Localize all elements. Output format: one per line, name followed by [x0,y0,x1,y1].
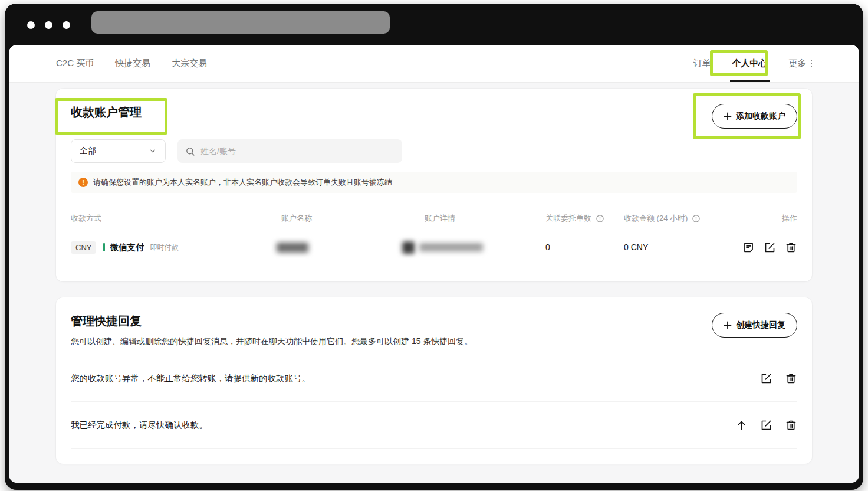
header-amount-24h: 收款金额 (24 小时) [624,213,732,224]
nav-tab-express-trade[interactable]: 快捷交易 [115,45,150,82]
account-type-filter[interactable]: 全部 [71,139,166,163]
main-area: 收款账户管理 添加收款账户 全部 [9,83,859,483]
account-search-input[interactable] [200,146,394,156]
edit-icon[interactable] [760,418,772,431]
header-account-name: 账户名称 [281,213,425,224]
list-item: 我已经完成付款，请尽快确认收款。 [71,402,797,449]
chevron-down-icon [149,147,157,155]
info-icon[interactable] [596,214,604,223]
redacted-account-name [277,243,308,253]
nav-tab-orders[interactable]: 订单 [693,45,711,82]
address-bar[interactable] [91,11,390,34]
warning-text: 请确保您设置的账户为本人实名账户，非本人实名账户收款会导致订单失败且账号被冻结 [93,177,392,188]
wechat-green-bar-icon [103,243,105,251]
nav-tab-label: C2C 买币 [56,58,94,69]
warning-icon: ! [78,178,88,187]
nav-tab-more[interactable]: 更多 [789,45,813,82]
search-icon [185,146,195,156]
quick-replies-description: 您可以创建、编辑或删除您的快捷回复消息，并随时在聊天功能中使用它们。您最多可以创… [71,336,472,347]
nav-tab-personal-center[interactable]: 个人中心 [732,45,768,82]
info-icon[interactable] [692,214,701,223]
linked-orders-cell: 0 [545,243,624,252]
payment-method-cell: CNY 微信支付 即时付款 [71,241,281,254]
plus-icon [724,321,732,329]
create-quick-reply-label: 创建快捷回复 [736,320,785,330]
header-linked-orders: 关联委托单数 [545,213,624,224]
nav-tab-label: 订单 [693,58,711,69]
list-item: 您的收款账号异常，不能正常给您转账，请提供新的收款账号。 [71,355,797,402]
nav-tab-label: 快捷交易 [115,58,150,69]
table-row: CNY 微信支付 即时付款 [71,228,797,266]
top-navbar: C2C 买币 快捷交易 大宗交易 订单 个人中心 更多 [9,45,859,83]
account-detail-cell [425,241,545,254]
row-actions [732,241,797,254]
quick-replies-list: 您的收款账号异常，不能正常给您转账，请提供新的收款账号。 我已经完成付款，请尽快… [71,355,797,449]
nav-tab-label: 更多 [789,58,807,69]
accounts-controls: 全部 [71,139,797,163]
account-type-filter-value: 全部 [80,146,96,156]
window-controls [27,21,70,29]
window-zoom-dot-icon[interactable] [63,21,70,29]
plus-icon [724,112,732,120]
delete-trash-icon[interactable] [784,418,797,431]
accounts-card-head: 收款账户管理 添加收款账户 [71,104,797,129]
nav-right-group: 订单 个人中心 更多 [693,45,813,82]
nav-left-group: C2C 买币 快捷交易 大宗交易 [56,45,207,82]
redacted-account-detail [402,241,545,254]
browser-window: C2C 买币 快捷交易 大宗交易 订单 个人中心 更多 [5,4,863,490]
account-search-box [177,139,402,163]
quick-reply-actions [760,372,797,385]
quick-reply-actions [735,418,797,431]
window-minimize-dot-icon[interactable] [45,21,52,29]
redacted-qr-icon [402,241,415,254]
redacted-detail-text [419,243,483,251]
add-payment-account-label: 添加收款账户 [736,111,785,122]
header-method: 收款方式 [71,213,281,224]
payment-method-name: 微信支付 即时付款 [103,242,178,253]
vertical-ellipsis-icon [811,60,813,67]
create-quick-reply-button[interactable]: 创建快捷回复 [712,313,797,338]
section-title: 管理快捷回复 [71,313,472,329]
delete-trash-icon[interactable] [784,372,797,385]
quick-replies-head: 管理快捷回复 您可以创建、编辑或删除您的快捷回复消息，并随时在聊天功能中使用它们… [71,313,797,347]
delete-trash-icon[interactable] [784,241,797,254]
nav-tab-c2c-buy[interactable]: C2C 买币 [56,45,94,82]
header-actions: 操作 [732,213,797,224]
quick-reply-text: 您的收款账号异常，不能正常给您转账，请提供新的收款账号。 [71,373,310,384]
page-content: C2C 买币 快捷交易 大宗交易 订单 个人中心 更多 [9,45,859,483]
instant-payment-tag: 即时付款 [150,243,178,253]
header-account-detail: 账户详情 [425,213,545,224]
real-name-warning-banner: ! 请确保您设置的账户为本人实名账户，非本人实名账户收款会导致订单失败且账号被冻… [71,172,797,193]
payment-accounts-card: 收款账户管理 添加收款账户 全部 [56,89,812,281]
details-note-icon[interactable] [742,241,755,254]
window-close-dot-icon[interactable] [27,21,35,29]
page-title: 收款账户管理 [71,104,142,120]
nav-tab-label: 大宗交易 [172,58,207,69]
edit-icon[interactable] [760,372,772,385]
currency-badge: CNY [71,241,96,254]
quick-reply-text: 我已经完成付款，请尽快确认收款。 [71,420,208,431]
nav-tab-label: 个人中心 [732,58,768,69]
quick-replies-title-block: 管理快捷回复 您可以创建、编辑或删除您的快捷回复消息，并随时在聊天功能中使用它们… [71,313,472,347]
move-up-arrow-icon[interactable] [735,418,748,431]
quick-replies-card: 管理快捷回复 您可以创建、编辑或删除您的快捷回复消息，并随时在聊天功能中使用它们… [56,297,812,464]
add-payment-account-button[interactable]: 添加收款账户 [712,104,797,129]
amount-cell: 0 CNY [624,243,732,252]
edit-icon[interactable] [763,241,776,254]
nav-tab-block-trade[interactable]: 大宗交易 [172,45,207,82]
browser-chrome [5,4,863,45]
accounts-table-header: 收款方式 账户名称 账户详情 关联委托单数 收款金额 (24 小时) [71,208,797,228]
